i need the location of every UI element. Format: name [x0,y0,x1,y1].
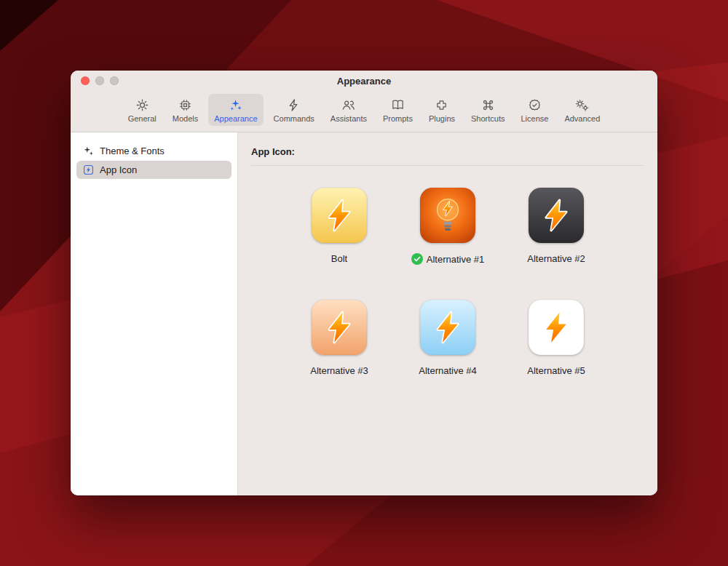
gear-icon [135,97,149,112]
minimize-button[interactable] [95,76,104,85]
tab-commands[interactable]: Commands [268,94,320,126]
sidebar-item-label: App Icon [100,164,137,175]
puzzle-icon [435,97,448,112]
book-icon [391,97,405,112]
app-icon-caption: Bolt [331,253,347,264]
app-icon-option-alternative-3[interactable]: Alternative #3 [285,300,394,376]
sidebar-item-app-icon[interactable]: App Icon [76,161,232,179]
app-icon-label: Alternative #1 [427,254,485,265]
app-icon-label: Alternative #3 [310,365,368,376]
app-icon-label: Alternative #4 [419,365,477,376]
tab-label: Plugins [429,114,455,123]
alternative-4-app-icon-tile[interactable] [420,300,475,355]
command-icon [481,97,495,112]
tab-label: Shortcuts [471,114,505,123]
people-icon [341,97,355,112]
alternative-3-app-icon-tile[interactable] [312,300,367,355]
tab-label: Models [173,114,198,123]
tab-label: General [128,114,157,123]
seal-check-icon [528,97,542,112]
tab-label: Appearance [214,114,257,123]
app-icon-label: Alternative #5 [527,365,585,376]
section-label: App Icon: [251,146,644,157]
app-icon-label: Bolt [331,253,347,264]
alternative-5-app-icon-tile[interactable] [529,300,584,355]
bolt-outline-icon [287,97,301,112]
tab-plugins[interactable]: Plugins [423,94,461,126]
tab-label: Assistants [331,114,367,123]
app-icon-option-alternative-1[interactable]: Alternative #1 [394,188,502,265]
alternative-2-app-icon-tile[interactable] [529,188,584,243]
app-icon-option-alternative-4[interactable]: Alternative #4 [394,300,502,376]
app-icon-option-bolt[interactable]: Bolt [285,188,394,265]
tab-general[interactable]: General [122,94,162,126]
tab-license[interactable]: License [515,94,554,126]
bolt-app-icon-tile[interactable] [312,188,367,243]
preferences-toolbar: General Models Appearance Commands [71,89,657,132]
window-title: Appearance [71,75,657,89]
zoom-button[interactable] [110,76,119,85]
sidebar: Theme & Fonts App Icon [71,132,238,495]
sidebar-item-label: Theme & Fonts [100,146,165,156]
content-pane: App Icon: Bolt [238,132,657,495]
tab-models[interactable]: Models [167,94,204,126]
tab-label: Prompts [383,114,413,123]
sparkles-icon [82,145,95,158]
alternative-1-app-icon-tile[interactable] [420,188,475,243]
close-button[interactable] [81,76,90,85]
bolt-app-icon [82,164,95,177]
app-icon-option-alternative-5[interactable]: Alternative #5 [502,300,611,376]
tab-label: Advanced [564,114,600,123]
chip-icon [178,97,192,112]
tab-appearance[interactable]: Appearance [208,94,263,126]
tab-label: License [521,114,548,123]
window-controls [81,76,119,85]
tab-shortcuts[interactable]: Shortcuts [465,94,510,126]
app-icon-caption: Alternative #2 [527,253,585,264]
sparkle-wand-icon [229,97,242,112]
preferences-window: Appearance General Models Appearance [71,71,657,495]
app-icon-grid: Bolt [285,188,611,376]
app-icon-caption: Alternative #1 [411,253,485,265]
app-icon-caption: Alternative #4 [419,365,477,376]
selected-check-icon [411,253,423,265]
tab-assistants[interactable]: Assistants [325,94,373,126]
sidebar-item-theme-fonts[interactable]: Theme & Fonts [76,142,232,160]
tab-advanced[interactable]: Advanced [558,94,606,126]
tab-prompts[interactable]: Prompts [377,94,419,126]
gears-icon [574,97,590,112]
app-icon-label: Alternative #2 [527,253,585,264]
app-icon-option-alternative-2[interactable]: Alternative #2 [502,188,611,265]
tab-label: Commands [274,114,314,123]
section-divider [251,165,644,166]
app-icon-caption: Alternative #5 [527,365,585,376]
titlebar[interactable]: Appearance General Models Appearance [71,71,657,132]
app-icon-caption: Alternative #3 [310,365,368,376]
